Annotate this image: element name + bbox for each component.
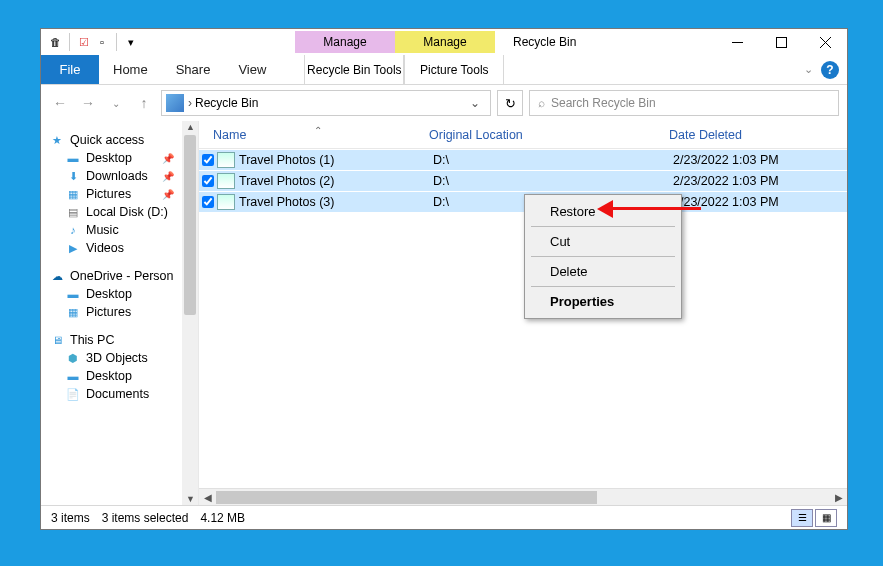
file-name: Travel Photos (2) — [239, 174, 433, 188]
address-bar[interactable]: › Recycle Bin ⌄ — [161, 90, 491, 116]
navigation-pane: ★ Quick access ▬Desktop📌 ⬇Downloads📌 ▦Pi… — [41, 121, 199, 505]
file-name: Travel Photos (1) — [239, 153, 433, 167]
nav-recent-icon[interactable]: ⌄ — [105, 92, 127, 114]
desktop-icon: ▬ — [65, 151, 81, 165]
row-checkbox[interactable] — [199, 196, 217, 208]
address-dropdown-icon[interactable]: ⌄ — [464, 96, 486, 110]
search-placeholder: Search Recycle Bin — [551, 96, 656, 110]
image-file-icon — [217, 194, 235, 210]
sidebar-item-videos[interactable]: ▶Videos — [41, 239, 198, 257]
star-icon: ★ — [49, 133, 65, 147]
sidebar-item-od-desktop[interactable]: ▬Desktop — [41, 285, 198, 303]
properties-qa-icon[interactable]: ☑ — [76, 34, 92, 50]
sidebar-item-od-pictures[interactable]: ▦Pictures — [41, 303, 198, 321]
new-folder-qa-icon[interactable]: ▫ — [94, 34, 110, 50]
nav-back-button[interactable]: ← — [49, 92, 71, 114]
sidebar-item-pictures[interactable]: ▦Pictures📌 — [41, 185, 198, 203]
file-tab[interactable]: File — [41, 55, 99, 84]
menu-separator — [531, 226, 675, 227]
pin-icon: 📌 — [162, 153, 174, 164]
context-menu-cut[interactable]: Cut — [528, 229, 678, 254]
help-icon[interactable]: ? — [821, 61, 839, 79]
scrollbar-thumb[interactable] — [216, 491, 597, 504]
image-file-icon — [217, 173, 235, 189]
image-file-icon — [217, 152, 235, 168]
col-header-original-location[interactable]: Original Location — [429, 128, 669, 142]
search-input[interactable]: ⌕ Search Recycle Bin — [529, 90, 839, 116]
context-menu-properties[interactable]: Properties — [528, 289, 678, 314]
context-menu-restore[interactable]: Restore — [528, 199, 678, 224]
scroll-up-icon[interactable]: ▲ — [186, 122, 195, 132]
sidebar-item-label: Documents — [86, 387, 149, 401]
documents-icon: 📄 — [65, 387, 81, 401]
file-row[interactable]: Travel Photos (3) D:\ 2/23/2022 1:03 PM — [199, 191, 847, 212]
address-row: ← → ⌄ ↑ › Recycle Bin ⌄ ↻ ⌕ Search Recyc… — [41, 85, 847, 121]
sidebar-item-label: Local Disk (D:) — [86, 205, 168, 219]
context-menu-delete[interactable]: Delete — [528, 259, 678, 284]
chevron-right-icon: › — [188, 96, 192, 110]
context-tab-picture[interactable]: Manage — [395, 31, 495, 53]
pin-icon: 📌 — [162, 171, 174, 182]
file-row[interactable]: Travel Photos (2) D:\ 2/23/2022 1:03 PM — [199, 170, 847, 191]
view-details-button[interactable]: ☰ — [791, 509, 813, 527]
file-row[interactable]: Travel Photos (1) D:\ 2/23/2022 1:03 PM — [199, 149, 847, 170]
nav-forward-button[interactable]: → — [77, 92, 99, 114]
maximize-button[interactable] — [759, 29, 803, 55]
scrollbar-thumb[interactable] — [184, 135, 196, 315]
sidebar-this-pc[interactable]: 🖥This PC — [41, 331, 198, 349]
horizontal-scrollbar[interactable]: ◀ ▶ — [199, 488, 847, 505]
context-tab-recycle[interactable]: Manage — [295, 31, 395, 53]
music-icon: ♪ — [65, 223, 81, 237]
minimize-button[interactable] — [715, 29, 759, 55]
sidebar-item-localdisk[interactable]: ▤Local Disk (D:) — [41, 203, 198, 221]
nav-up-button[interactable]: ↑ — [133, 92, 155, 114]
col-header-date-deleted[interactable]: Date Deleted — [669, 128, 847, 142]
refresh-button[interactable]: ↻ — [497, 90, 523, 116]
sidebar-quick-access[interactable]: ★ Quick access — [41, 131, 198, 149]
view-toggles: ☰ ▦ — [791, 509, 837, 527]
sidebar-onedrive[interactable]: ☁OneDrive - Person — [41, 267, 198, 285]
content-pane: ⌃Name Original Location Date Deleted Tra… — [199, 121, 847, 505]
view-thumbnails-button[interactable]: ▦ — [815, 509, 837, 527]
context-menu: Restore Cut Delete Properties — [524, 194, 682, 319]
file-date-deleted: 2/23/2022 1:03 PM — [673, 153, 847, 167]
sidebar-item-3dobjects[interactable]: ⬢3D Objects — [41, 349, 198, 367]
col-header-name[interactable]: ⌃Name — [199, 128, 429, 142]
videos-icon: ▶ — [65, 241, 81, 255]
tab-share[interactable]: Share — [162, 55, 225, 84]
window-title: Recycle Bin — [513, 35, 576, 49]
row-checkbox[interactable] — [199, 175, 217, 187]
column-headers: ⌃Name Original Location Date Deleted — [199, 121, 847, 149]
pictures-icon: ▦ — [65, 187, 81, 201]
sidebar-item-downloads[interactable]: ⬇Downloads📌 — [41, 167, 198, 185]
sidebar-item-label: OneDrive - Person — [70, 269, 174, 283]
sidebar-item-music[interactable]: ♪Music — [41, 221, 198, 239]
pin-icon: 📌 — [162, 189, 174, 200]
svg-rect-1 — [776, 37, 786, 47]
subtab-picture-tools[interactable]: Picture Tools — [404, 55, 504, 84]
tab-home[interactable]: Home — [99, 55, 162, 84]
subtab-recycle-tools[interactable]: Recycle Bin Tools — [304, 55, 404, 84]
customize-qa-icon[interactable]: ▾ — [123, 34, 139, 50]
ribbon-expand-icon[interactable]: ⌄ — [804, 63, 813, 76]
scroll-down-icon[interactable]: ▼ — [186, 494, 195, 504]
sidebar-scrollbar[interactable]: ▲ ▼ — [182, 121, 198, 505]
breadcrumb[interactable]: Recycle Bin — [195, 96, 258, 110]
disk-icon: ▤ — [65, 205, 81, 219]
tab-view[interactable]: View — [224, 55, 280, 84]
location-icon — [166, 94, 184, 112]
scrollbar-track[interactable] — [216, 489, 830, 506]
status-size: 4.12 MB — [200, 511, 245, 525]
sidebar-item-label: This PC — [70, 333, 114, 347]
scroll-left-icon[interactable]: ◀ — [199, 489, 216, 506]
row-checkbox[interactable] — [199, 154, 217, 166]
sidebar-item-pc-desktop[interactable]: ▬Desktop — [41, 367, 198, 385]
sidebar-item-label: Pictures — [86, 187, 131, 201]
close-button[interactable] — [803, 29, 847, 55]
sidebar-item-documents[interactable]: 📄Documents — [41, 385, 198, 403]
status-selected: 3 items selected — [102, 511, 189, 525]
divider — [116, 33, 117, 51]
desktop-icon: ▬ — [65, 287, 81, 301]
scroll-right-icon[interactable]: ▶ — [830, 489, 847, 506]
sidebar-item-desktop[interactable]: ▬Desktop📌 — [41, 149, 198, 167]
